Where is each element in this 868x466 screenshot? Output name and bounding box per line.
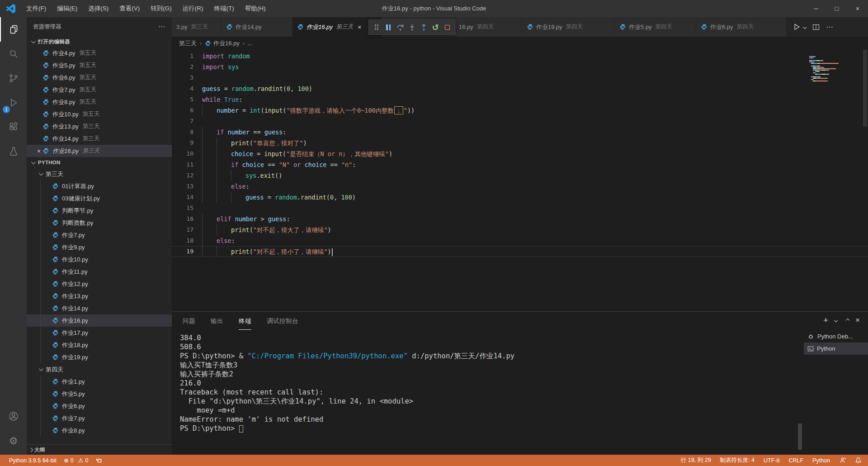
tree-file-row[interactable]: 判断质数.py bbox=[27, 217, 172, 229]
code-line[interactable]: 10choice = input("是否结束（N or n），其他键继续") bbox=[172, 148, 868, 159]
stop-button[interactable] bbox=[441, 21, 453, 33]
pause-button[interactable] bbox=[382, 21, 394, 33]
status-item[interactable]: 行 19, 列 29 bbox=[681, 456, 711, 464]
editor-tab-作业5.py[interactable]: 作业5.py第四天 bbox=[615, 17, 696, 37]
tree-file-row[interactable]: 作业11.py bbox=[27, 266, 172, 278]
tree-file-row[interactable]: 作业17.py bbox=[27, 327, 172, 339]
tree-file-row[interactable]: 03健康计划.py bbox=[27, 192, 172, 204]
minimize-button[interactable]: ─ bbox=[806, 0, 826, 17]
terminal-list-item[interactable]: Python Deb... bbox=[804, 330, 868, 342]
panel-tab-输出[interactable]: 输出 bbox=[210, 314, 224, 328]
debug-launch-button[interactable] bbox=[95, 457, 103, 464]
outline-header[interactable]: 大纲 bbox=[27, 444, 172, 455]
settings-button[interactable]: ⚙ bbox=[0, 428, 27, 453]
sidebar-more-actions-icon[interactable]: ⋯ bbox=[158, 23, 165, 31]
menu-运行(R)[interactable]: 运行(R) bbox=[177, 0, 209, 17]
open-editor-item[interactable]: 作业10.py第五天 bbox=[27, 108, 172, 120]
source-control-tab[interactable] bbox=[0, 66, 27, 90]
code-line[interactable]: 14guess = random.randint(0, 100) bbox=[172, 192, 868, 203]
account-button[interactable] bbox=[0, 404, 27, 428]
restart-button[interactable]: ↺ bbox=[429, 21, 441, 33]
drag-handle-icon[interactable] bbox=[371, 21, 382, 33]
minimap[interactable] bbox=[809, 51, 859, 77]
more-actions-button[interactable]: ⋯ bbox=[826, 23, 833, 31]
panel-tab-问题[interactable]: 问题 bbox=[182, 314, 196, 328]
workspace-header[interactable]: PYTHON bbox=[27, 157, 172, 168]
menu-转到(G)[interactable]: 转到(G) bbox=[145, 0, 177, 17]
menu-选择(S)[interactable]: 选择(S) bbox=[83, 0, 114, 17]
breadcrumb[interactable]: 第三天›作业16.py›... bbox=[172, 37, 868, 50]
code-line[interactable]: 12sys.exit() bbox=[172, 170, 868, 181]
close-panel-button[interactable]: × bbox=[855, 316, 860, 325]
step-out-button[interactable] bbox=[418, 21, 429, 33]
code-line[interactable]: 19print("对不起，猜小了，请继续") bbox=[172, 246, 868, 257]
editor-scrollbar[interactable] bbox=[863, 50, 867, 127]
terminal-dropdown-button[interactable] bbox=[835, 319, 837, 322]
folder-row[interactable]: 第四天 bbox=[27, 363, 172, 376]
breadcrumb-item[interactable]: 第三天 bbox=[179, 39, 197, 48]
run-python-file-button[interactable] bbox=[793, 23, 806, 31]
tree-file-row[interactable]: 作业7.py bbox=[27, 229, 172, 241]
code-line[interactable]: 17print("对不起，猜大了，请继续") bbox=[172, 224, 868, 235]
tree-file-row[interactable]: 作业6.py bbox=[27, 400, 172, 412]
search-tab[interactable] bbox=[0, 42, 27, 66]
close-icon[interactable]: × bbox=[35, 147, 42, 155]
tree-file-row[interactable]: 作业9.py bbox=[27, 241, 172, 253]
editor-tab-作业19.py[interactable]: 作业19.py第四天 bbox=[522, 17, 615, 37]
breadcrumb-item[interactable]: 作业16.py bbox=[213, 39, 240, 48]
tree-file-row[interactable]: 作业12.py bbox=[27, 278, 172, 290]
tree-file-row[interactable]: 作业5.py bbox=[27, 388, 172, 400]
close-button[interactable]: × bbox=[847, 0, 868, 17]
editor-tab-作业6.py[interactable]: 作业6.py第四天 bbox=[696, 17, 787, 37]
terminal-scrollbar[interactable] bbox=[798, 423, 802, 450]
split-editor-button[interactable] bbox=[812, 24, 820, 31]
code-line[interactable]: 6number = int(input("猜数字游戏，请输入一个0~100内整数… bbox=[172, 105, 868, 116]
problems-item[interactable]: ⊗ 0 ⚠ 0 bbox=[64, 457, 88, 464]
code-line[interactable]: 7 bbox=[172, 116, 868, 127]
tree-file-row[interactable]: 作业8.py bbox=[27, 424, 172, 437]
folder-row[interactable]: 第三天 bbox=[27, 168, 172, 180]
code-line[interactable]: 5while True: bbox=[172, 94, 868, 105]
terminal-output[interactable]: 384.0 508.6 PS D:\python> & "C:/Program … bbox=[180, 333, 800, 433]
code-line[interactable]: 1import random bbox=[172, 51, 868, 62]
code-editor[interactable]: 1import random2import sys34guess = rando… bbox=[172, 50, 868, 311]
tree-file-row[interactable]: 作业16.py bbox=[27, 314, 172, 327]
code-line[interactable]: 11if choice == "N" or choice == "n": bbox=[172, 159, 868, 170]
step-into-button[interactable] bbox=[406, 21, 418, 33]
menu-查看(V)[interactable]: 查看(V) bbox=[114, 0, 145, 17]
code-line[interactable]: 15 bbox=[172, 203, 868, 214]
menu-文件(F)[interactable]: 文件(F) bbox=[21, 0, 52, 17]
tree-file-row[interactable]: 作业1.py bbox=[27, 376, 172, 388]
terminal-list-item[interactable]: Python bbox=[804, 342, 868, 355]
open-editor-item[interactable]: 作业6.py第五天 bbox=[27, 71, 172, 84]
open-editor-item[interactable]: 作业7.py第五天 bbox=[27, 84, 172, 96]
panel-tab-调试控制台[interactable]: 调试控制台 bbox=[266, 314, 299, 328]
feedback-button[interactable] bbox=[839, 457, 846, 464]
tree-file-row[interactable]: 作业19.py bbox=[27, 351, 172, 363]
tree-file-row[interactable]: 作业18.py bbox=[27, 339, 172, 351]
code-line[interactable]: 4guess = random.randint(0, 100) bbox=[172, 83, 868, 94]
step-over-button[interactable] bbox=[394, 21, 406, 33]
open-editor-item[interactable]: 作业13.py第三天 bbox=[27, 120, 172, 133]
open-editor-item[interactable]: 作业5.py第五天 bbox=[27, 59, 172, 71]
menu-帮助(H)[interactable]: 帮助(H) bbox=[240, 0, 271, 17]
run-debug-tab[interactable]: 1 bbox=[0, 90, 27, 115]
open-editor-item[interactable]: 作业14.py第三天 bbox=[27, 133, 172, 145]
menu-终端(T)[interactable]: 终端(T) bbox=[209, 0, 240, 17]
run-dropdown-icon[interactable] bbox=[803, 25, 807, 29]
code-line[interactable]: 13else: bbox=[172, 181, 868, 192]
close-icon[interactable]: × bbox=[358, 24, 361, 31]
maximize-button[interactable]: □ bbox=[826, 0, 847, 17]
maximize-panel-button[interactable] bbox=[846, 319, 849, 322]
open-editor-item[interactable]: 作业4.py第五天 bbox=[27, 47, 172, 59]
code-line[interactable]: 2import sys bbox=[172, 62, 868, 72]
code-line[interactable]: 3 bbox=[172, 72, 868, 83]
tree-file-row[interactable]: 01计算器.py bbox=[27, 180, 172, 192]
code-line[interactable]: 16elif number > guess: bbox=[172, 214, 868, 224]
menu-编辑(E)[interactable]: 编辑(E) bbox=[52, 0, 83, 17]
open-editors-header[interactable]: 打开的编辑器 bbox=[27, 36, 172, 47]
status-item[interactable]: 制表符长度: 4 bbox=[720, 456, 755, 464]
tree-file-row[interactable]: 作业7.py bbox=[27, 412, 172, 424]
notifications-button[interactable] bbox=[855, 457, 862, 464]
editor-tab-作业14.py[interactable]: 作业14.py bbox=[222, 17, 292, 37]
